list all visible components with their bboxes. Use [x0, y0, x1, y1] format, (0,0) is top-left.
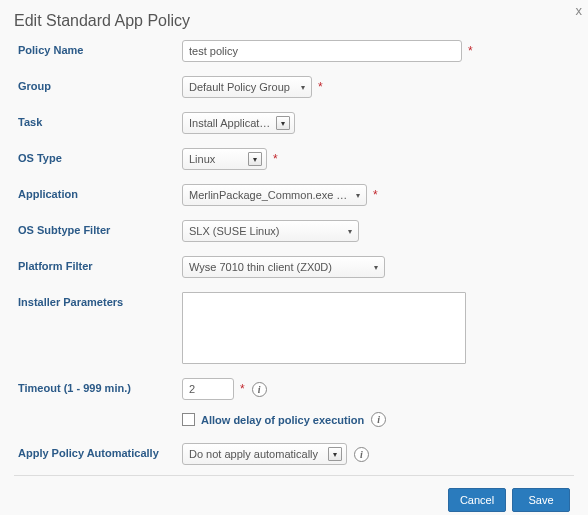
apply-auto-select[interactable]: Do not apply automatically ▾ [182, 443, 347, 465]
info-icon[interactable]: i [252, 382, 267, 397]
required-mark: * [318, 80, 323, 94]
required-mark: * [373, 188, 378, 202]
label-os-subtype: OS Subtype Filter [18, 220, 182, 236]
row-installer-params: Installer Parameters [18, 292, 574, 364]
required-mark: * [468, 44, 473, 58]
close-icon[interactable]: x [576, 3, 583, 18]
allow-delay-checkbox[interactable] [182, 413, 195, 426]
timeout-input[interactable] [182, 378, 234, 400]
dialog-title: Edit Standard App Policy [14, 8, 574, 40]
label-application: Application [18, 184, 182, 200]
os-subtype-select-value: SLX (SUSE Linux) [189, 225, 346, 237]
row-task: Task Install Application ▾ [18, 112, 574, 134]
task-select[interactable]: Install Application ▾ [182, 112, 295, 134]
label-os-type: OS Type [18, 148, 182, 164]
os-subtype-select[interactable]: SLX (SUSE Linux) ▾ [182, 220, 359, 242]
os-type-select-value: Linux [189, 153, 248, 165]
label-apply-auto: Apply Policy Automatically [18, 443, 182, 459]
application-select[interactable]: MerlinPackage_Common.exe (Loc ▾ [182, 184, 367, 206]
group-select-value: Default Policy Group [189, 81, 299, 93]
required-mark: * [273, 152, 278, 166]
label-installer-params: Installer Parameters [18, 292, 182, 308]
platform-select-value: Wyse 7010 thin client (ZX0D) [189, 261, 372, 273]
chevron-down-icon: ▾ [354, 191, 362, 200]
label-task: Task [18, 112, 182, 128]
chevron-down-icon: ▾ [346, 227, 354, 236]
footer: Cancel Save [14, 476, 574, 515]
chevron-down-icon: ▾ [299, 83, 307, 92]
apply-auto-select-value: Do not apply automatically [189, 448, 328, 460]
chevron-down-icon: ▾ [248, 152, 262, 166]
row-apply-auto: Apply Policy Automatically Do not apply … [18, 443, 574, 465]
label-group: Group [18, 76, 182, 92]
required-mark: * [240, 382, 245, 396]
policy-name-input[interactable] [182, 40, 462, 62]
chevron-down-icon: ▾ [276, 116, 290, 130]
row-os-subtype: OS Subtype Filter SLX (SUSE Linux) ▾ [18, 220, 574, 242]
row-policy-name: Policy Name * [18, 40, 574, 62]
label-timeout: Timeout (1 - 999 min.) [18, 378, 182, 394]
row-timeout: Timeout (1 - 999 min.) * i [18, 378, 574, 400]
info-icon[interactable]: i [371, 412, 386, 427]
application-select-value: MerlinPackage_Common.exe (Loc [189, 189, 354, 201]
label-platform: Platform Filter [18, 256, 182, 272]
form: Policy Name * Group Default Policy Group… [14, 40, 574, 465]
save-button[interactable]: Save [512, 488, 570, 512]
group-select[interactable]: Default Policy Group ▾ [182, 76, 312, 98]
os-type-select[interactable]: Linux ▾ [182, 148, 267, 170]
label-policy-name: Policy Name [18, 40, 182, 56]
info-icon[interactable]: i [354, 447, 369, 462]
cancel-button[interactable]: Cancel [448, 488, 506, 512]
row-application: Application MerlinPackage_Common.exe (Lo… [18, 184, 574, 206]
row-platform: Platform Filter Wyse 7010 thin client (Z… [18, 256, 574, 278]
platform-select[interactable]: Wyse 7010 thin client (ZX0D) ▾ [182, 256, 385, 278]
task-select-value: Install Application [189, 117, 276, 129]
row-group: Group Default Policy Group ▾ * [18, 76, 574, 98]
chevron-down-icon: ▾ [328, 447, 342, 461]
chevron-down-icon: ▾ [372, 263, 380, 272]
dialog: x Edit Standard App Policy Policy Name *… [0, 0, 588, 515]
row-os-type: OS Type Linux ▾ * [18, 148, 574, 170]
label-allow-delay: Allow delay of policy execution [201, 414, 364, 426]
row-allow-delay: Allow delay of policy execution i [182, 412, 574, 427]
installer-params-input[interactable] [182, 292, 466, 364]
